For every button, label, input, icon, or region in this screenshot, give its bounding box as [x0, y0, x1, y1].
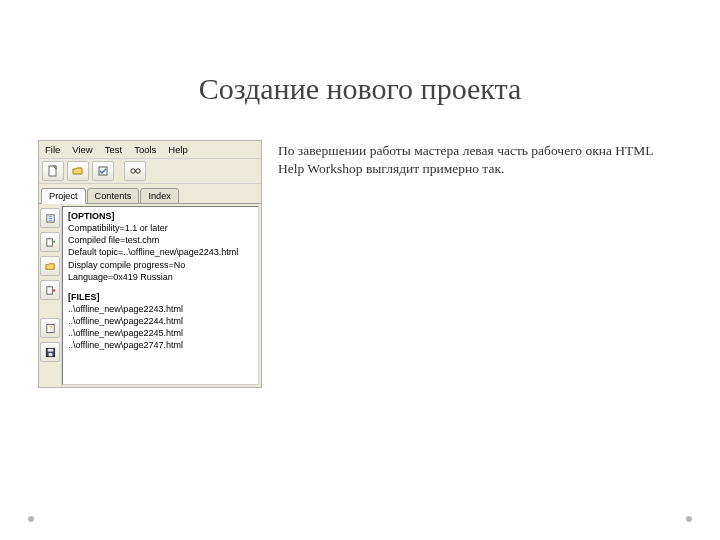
side-btn-add[interactable] [40, 232, 60, 252]
remove-icon [45, 285, 56, 296]
floppy-save-icon [45, 347, 56, 358]
add-files-icon [45, 237, 56, 248]
side-toolbar: ? [39, 204, 62, 387]
menu-item-file[interactable]: File [45, 144, 60, 155]
menu-item-view[interactable]: View [72, 144, 92, 155]
menu-bar: File View Test Tools Help [39, 141, 261, 159]
toolbar [39, 159, 261, 184]
toolbar-btn-view[interactable] [124, 161, 146, 181]
side-btn-properties[interactable] [40, 208, 60, 228]
option-line: Display compile progress=No [68, 259, 253, 271]
svg-rect-6 [46, 238, 52, 245]
folder-icon [45, 261, 56, 272]
svg-text:?: ? [48, 325, 51, 331]
tab-contents[interactable]: Contents [87, 188, 140, 204]
side-btn-folder[interactable] [40, 256, 60, 276]
menu-item-help[interactable]: Help [168, 144, 188, 155]
side-btn-view[interactable]: ? [40, 318, 60, 338]
toolbar-btn-open[interactable] [67, 161, 89, 181]
decorative-dot [28, 516, 34, 522]
tab-project[interactable]: Project [41, 188, 86, 204]
tab-index[interactable]: Index [140, 188, 178, 204]
menu-item-test[interactable]: Test [105, 144, 122, 155]
new-file-icon [47, 165, 59, 177]
decorative-dot [686, 516, 692, 522]
section-options: [OPTIONS] [68, 210, 253, 222]
file-line: ..\offline_new\page2747.html [68, 339, 253, 351]
slide-paragraph: По завершении работы мастера левая часть… [278, 142, 680, 178]
side-btn-remove[interactable] [40, 280, 60, 300]
option-line: Default topic=..\offline_new\page2243.ht… [68, 246, 253, 258]
file-line: ..\offline_new\page2245.html [68, 327, 253, 339]
app-screenshot: File View Test Tools Help [38, 140, 262, 388]
file-line: ..\offline_new\page2244.html [68, 315, 253, 327]
svg-rect-7 [46, 286, 52, 293]
file-line: ..\offline_new\page2243.html [68, 303, 253, 315]
folder-open-icon [72, 165, 84, 177]
menu-item-tools[interactable]: Tools [134, 144, 156, 155]
toolbar-btn-new[interactable] [42, 161, 64, 181]
option-line: Compatibility=1.1 or later [68, 222, 253, 234]
svg-rect-12 [48, 352, 52, 355]
svg-point-4 [136, 169, 140, 173]
tab-panel: ? [OPTIONS] Compatibility=1.1 or later C… [39, 204, 261, 387]
glasses-icon [129, 165, 141, 177]
toolbar-btn-compile[interactable] [92, 161, 114, 181]
compile-icon [97, 165, 109, 177]
help-doc-icon: ? [45, 323, 56, 334]
tab-strip: Project Contents Index [39, 184, 261, 204]
svg-point-3 [131, 169, 135, 173]
option-line: Compiled file=test.chm [68, 234, 253, 246]
section-files: [FILES] [68, 291, 253, 303]
project-listing: [OPTIONS] Compatibility=1.1 or later Com… [62, 206, 259, 385]
properties-icon [45, 213, 56, 224]
side-btn-save[interactable] [40, 342, 60, 362]
svg-rect-11 [47, 348, 53, 351]
option-line: Language=0x419 Russian [68, 271, 253, 283]
slide-title: Создание нового проекта [0, 72, 720, 106]
